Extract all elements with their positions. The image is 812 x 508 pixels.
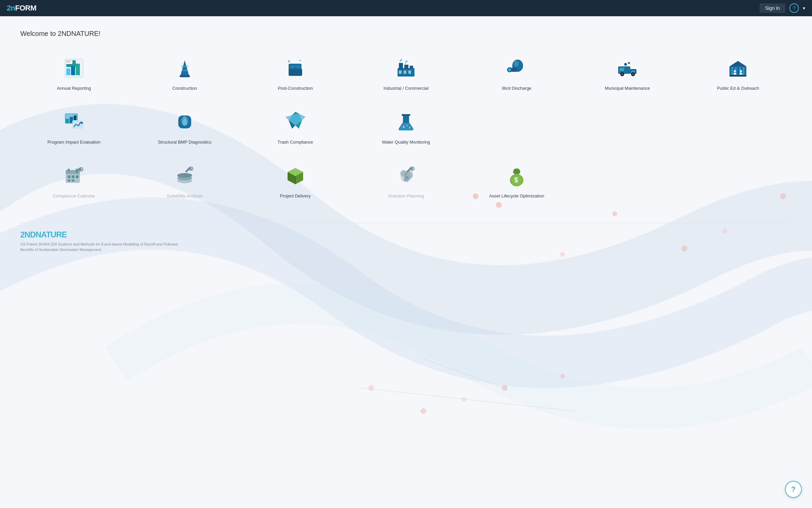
annual-reporting-label: Annual Reporting — [57, 86, 91, 91]
project-delivery-label: Project Delivery — [280, 193, 311, 199]
svg-rect-89 — [68, 179, 70, 182]
annual-reporting-icon — [61, 55, 88, 82]
svg-rect-25 — [181, 66, 188, 67]
svg-point-7 — [368, 385, 374, 391]
svg-point-43 — [508, 68, 511, 71]
construction-label: Construction — [172, 86, 197, 91]
module-construction[interactable]: Construction — [131, 51, 238, 95]
svg-point-11 — [560, 374, 565, 379]
industrial-label: Industrial / Commercial — [384, 86, 429, 91]
compliance-calendar-icon — [61, 162, 88, 189]
illicit-discharge-icon — [503, 55, 530, 82]
water-quality-label: Water Quality Monitoring — [382, 140, 430, 145]
svg-rect-56 — [731, 67, 733, 75]
svg-point-49 — [621, 73, 623, 75]
navbar-help-icon[interactable]: ? — [789, 3, 799, 13]
svg-rect-35 — [410, 66, 413, 69]
module-compliance-calendar[interactable]: Compliance Calendar — [20, 159, 128, 203]
navbar-chevron-icon[interactable]: ▾ — [803, 5, 805, 11]
svg-point-80 — [406, 125, 408, 126]
svg-rect-17 — [71, 66, 75, 75]
module-public-ed-outreach[interactable]: Public Ed & Outreach — [684, 51, 792, 95]
svg-text:✦: ✦ — [287, 59, 291, 64]
svg-rect-18 — [76, 64, 80, 75]
svg-rect-68 — [72, 120, 83, 129]
navbar: 2nFORM Sign In ? ▾ — [0, 0, 812, 16]
compliance-calendar-label: Compliance Calendar — [53, 193, 95, 199]
svg-rect-37 — [404, 70, 406, 74]
svg-marker-55 — [729, 61, 746, 66]
module-annual-reporting[interactable]: Annual Reporting — [20, 51, 128, 95]
svg-point-81 — [409, 127, 410, 128]
suitability-analysis-label: Suitability Analysis — [166, 193, 203, 199]
svg-rect-47 — [619, 68, 624, 71]
module-project-delivery[interactable]: Project Delivery — [242, 159, 349, 203]
svg-point-53 — [628, 62, 630, 64]
svg-marker-23 — [180, 60, 189, 76]
help-float-button[interactable]: ? — [785, 481, 802, 498]
svg-point-52 — [624, 63, 627, 66]
svg-point-105 — [404, 176, 409, 182]
public-ed-outreach-label: Public Ed & Outreach — [717, 86, 759, 91]
svg-point-8 — [421, 408, 426, 414]
svg-rect-65 — [66, 119, 69, 123]
municipal-maintenance-icon — [614, 55, 641, 82]
svg-rect-84 — [68, 169, 70, 172]
module-industrial[interactable]: Industrial / Commercial — [352, 51, 459, 95]
logo-text: 2nFORM — [7, 4, 36, 13]
svg-point-94 — [177, 173, 192, 178]
public-ed-outreach-icon — [724, 55, 751, 82]
scenario-planning-label: Scenario Planning — [388, 193, 424, 199]
footer-patent-text: US Patent 16/404,520 Systems and Methods… — [20, 241, 189, 253]
module-structural-bmp[interactable]: Structural BMP Diagnostics — [131, 105, 238, 149]
svg-rect-86 — [68, 175, 70, 178]
logo-suffix: FORM — [15, 4, 37, 12]
svg-point-79 — [403, 126, 405, 128]
module-suitability-analysis[interactable]: Suitability Analysis — [131, 159, 238, 203]
svg-rect-90 — [72, 179, 74, 182]
svg-point-3 — [560, 252, 565, 257]
navbar-logo: 2nFORM — [7, 4, 36, 13]
svg-rect-24 — [180, 75, 190, 77]
svg-point-51 — [632, 73, 634, 75]
footer: 2NDNATURE US Patent 16/404,520 Systems a… — [20, 223, 792, 253]
svg-rect-16 — [66, 68, 70, 75]
module-trash-compliance[interactable]: Trash Compliance — [242, 105, 349, 149]
module-post-construction[interactable]: ✦ ✦ ✦ Post-Construction — [242, 51, 349, 95]
svg-rect-87 — [72, 175, 74, 178]
footer-logo: 2NDNATURE — [20, 230, 792, 239]
svg-rect-26 — [182, 70, 188, 71]
structural-bmp-label: Structural BMP Diagnostics — [158, 140, 211, 145]
svg-rect-62 — [729, 75, 746, 77]
svg-rect-38 — [408, 70, 411, 74]
svg-text:✦: ✦ — [300, 63, 303, 66]
svg-text:✦: ✦ — [299, 59, 301, 62]
module-asset-lifecycle[interactable]: $ Asset Lifecycle Optimization — [463, 159, 570, 203]
industrial-icon — [392, 55, 420, 82]
svg-point-10 — [502, 385, 508, 391]
asset-lifecycle-icon: $ — [503, 162, 530, 189]
project-delivery-icon — [282, 162, 309, 189]
svg-point-40 — [514, 61, 519, 67]
municipal-maintenance-label: Municipal Maintenance — [605, 86, 650, 91]
svg-rect-34 — [404, 65, 408, 69]
navbar-right: Sign In ? ▾ — [760, 3, 805, 13]
module-program-impact[interactable]: Program Impact Evaluation — [20, 105, 128, 149]
logo-2n: 2n — [7, 4, 15, 12]
main-content: Welcome to 2NDNATURE! Annual Reporting — [0, 16, 812, 508]
svg-rect-59 — [743, 67, 744, 75]
program-impact-icon — [61, 108, 88, 135]
signin-button[interactable]: Sign In — [760, 3, 785, 13]
program-impact-label: Program Impact Evaluation — [47, 140, 100, 145]
svg-rect-36 — [399, 70, 402, 74]
svg-point-2 — [612, 211, 617, 216]
module-water-quality[interactable]: Water Quality Monitoring — [352, 105, 459, 149]
svg-line-12 — [360, 388, 574, 411]
trash-compliance-label: Trash Compliance — [277, 140, 313, 145]
module-municipal-maintenance[interactable]: Municipal Maintenance — [574, 51, 681, 95]
svg-line-13 — [423, 359, 504, 388]
svg-rect-78 — [402, 114, 410, 116]
module-scenario-planning[interactable]: Scenario Planning — [352, 159, 459, 203]
svg-rect-33 — [399, 63, 403, 69]
module-illicit-discharge[interactable]: Illicit Discharge — [463, 51, 570, 95]
